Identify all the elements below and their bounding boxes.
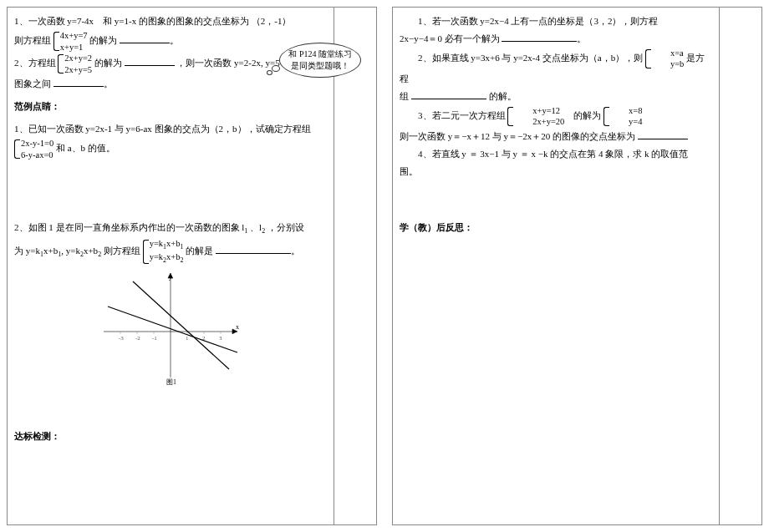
left-content: 1、一次函数 y=7-4x 和 y=1-x 的图象的图象的交点坐标为 （2，-1… <box>8 8 334 524</box>
r-q4-line1: 4、若直线 y ＝ 3x−1 与 y ＝ x −k 的交点在第 4 象限，求 k… <box>400 145 712 163</box>
text: 图象之间 <box>14 79 51 89</box>
svg-text:3: 3 <box>219 335 222 342</box>
eq: x+y=1 <box>60 42 88 53</box>
answer-blank[interactable] <box>216 244 291 254</box>
graph-caption: 图1 <box>166 378 176 386</box>
bubble-line: 和 P124 随堂练习 <box>288 48 352 60</box>
svg-text:y: y <box>169 273 172 281</box>
line-l1 <box>133 281 229 369</box>
system-6: x+y=12 2x+y=20 <box>507 105 564 128</box>
text: 的解是 <box>186 246 213 256</box>
text: 则方程组 <box>14 35 51 45</box>
text: 2x−y−4＝0 必有一个解为 <box>400 33 500 43</box>
system-4: y=k1x+b1 y=k2x+b2 <box>143 238 184 266</box>
r-q2-line2: 组 的解。 <box>400 88 712 105</box>
system-2: 2x+y=2 2x+y=5 <box>58 53 92 75</box>
bubble-line: 是同类型题哦！ <box>288 60 352 72</box>
r-q3-line1: 3、若二元一次方程组 x+y=12 2x+y=20 的解为 x=8 y=4 <box>400 105 712 128</box>
eq: y=k2x+b2 <box>150 251 184 265</box>
section-reflection: 学（教）后反思： <box>400 219 712 236</box>
text: 的解为 <box>573 110 601 120</box>
system-1: 4x+y=7 x+y=1 <box>53 30 88 53</box>
eq: x=a <box>652 48 684 59</box>
answer-blank[interactable] <box>125 56 175 66</box>
text: 2、方程组 <box>14 58 56 68</box>
q1-line1: 1、一次函数 y=7-4x 和 y=1-x 的图象的图象的交点坐标为 （2，-1… <box>14 13 327 30</box>
ex2-line2: 为 y=k1x+b1, y=k2x+b2 则方程组 y=k1x+b1 y=k2x… <box>14 238 327 266</box>
text: , y=k <box>61 246 80 256</box>
text: 2、如果直线 y=3x+6 与 y=2x-4 交点坐标为（a，b），则 <box>418 53 643 63</box>
system-5: x=a y=b <box>645 48 684 70</box>
eq: y=b <box>652 58 684 70</box>
text: 、l <box>250 222 262 232</box>
section-assessment: 达标检测： <box>14 428 327 445</box>
work-space <box>14 389 327 423</box>
q2-line2: 图象之间 。 <box>14 75 327 93</box>
right-margin <box>720 8 761 524</box>
svg-text:1: 1 <box>186 335 189 342</box>
graph-figure-1: -3-2-1 123 y x 图1 <box>95 269 246 386</box>
text: 的解。 <box>489 91 517 101</box>
text: 2、如图 1 是在同一直角坐标系内作出的一次函数的图象 l <box>14 222 244 232</box>
text: 组 <box>400 91 409 101</box>
r-q1-line1: 1、若一次函数 y=2x−4 上有一点的坐标是（3，2），则方程 <box>400 13 712 30</box>
text: 则方程组 <box>101 246 140 256</box>
work-space <box>14 160 327 219</box>
eq: x=8 <box>610 105 642 117</box>
thought-bubble: 和 P124 随堂练习 是同类型题哦！ <box>279 43 361 78</box>
line-l2 <box>108 307 237 352</box>
page-right: 1、若一次函数 y=2x−4 上有一点的坐标是（3，2），则方程 2x−y−4＝… <box>392 7 762 525</box>
page-left: 1、一次函数 y=7-4x 和 y=1-x 的图象的图象的交点坐标为 （2，-1… <box>7 7 377 525</box>
r-q1-line2: 2x−y−4＝0 必有一个解为 。 <box>400 30 712 48</box>
ex1-line2: 2x-y-1=0 6-y-ax=0 和 a、b 的值。 <box>14 138 327 160</box>
svg-text:-1: -1 <box>152 335 157 342</box>
r-q4-line2: 围。 <box>400 163 712 180</box>
text: 则一次函数 y＝−x＋12 与 y＝−2x＋20 的图像的交点坐标为 <box>400 131 635 141</box>
text: x+b <box>43 246 58 256</box>
svg-text:-3: -3 <box>119 335 124 342</box>
text: 和 a、b 的值。 <box>56 143 115 153</box>
ex2-line1: 2、如图 1 是在同一直角坐标系内作出的一次函数的图象 l1 、l2 ，分别设 <box>14 219 327 237</box>
eq: y=k1x+b1 <box>150 238 184 251</box>
answer-blank[interactable] <box>411 89 486 99</box>
eq: 2x+y=5 <box>64 64 92 76</box>
answer-blank[interactable] <box>502 32 577 42</box>
text: ，分别设 <box>267 222 304 232</box>
text: x+b <box>84 246 98 256</box>
work-space <box>400 180 712 214</box>
r-q3-line2: 则一次函数 y＝−x＋12 与 y＝−2x＋20 的图像的交点坐标为 <box>400 128 712 145</box>
system-7: x=8 y=4 <box>603 105 642 128</box>
eq: 6-y-ax=0 <box>21 149 53 161</box>
answer-blank[interactable] <box>53 77 104 87</box>
eq: 2x-y-1=0 <box>21 138 53 149</box>
text: 的解为 <box>94 58 122 68</box>
answer-blank[interactable] <box>638 129 688 139</box>
left-margin <box>334 8 376 524</box>
ex1-line1: 1、已知一次函数 y=2x-1 与 y=6-ax 图象的交点为（2，b），试确定… <box>14 120 327 138</box>
system-3: 2x-y-1=0 6-y-ax=0 <box>14 138 53 160</box>
q1-line2: 则方程组 4x+y=7 x+y=1 的解为 。 <box>14 30 327 53</box>
svg-text:x: x <box>236 323 239 331</box>
svg-text:-2: -2 <box>135 335 140 342</box>
text: 的解为 <box>89 35 117 45</box>
eq: x+y=12 <box>514 105 564 117</box>
r-q2-line1: 2、如果直线 y=3x+6 与 y=2x-4 交点坐标为（a，b），则 x=a … <box>400 48 712 88</box>
right-content: 1、若一次函数 y=2x−4 上有一点的坐标是（3，2），则方程 2x−y−4＝… <box>393 8 720 524</box>
eq: 2x+y=2 <box>64 53 92 64</box>
eq: 2x+y=20 <box>514 116 564 128</box>
answer-blank[interactable] <box>120 33 170 43</box>
section-examples: 范例点睛： <box>14 98 327 115</box>
eq: y=4 <box>610 116 642 128</box>
text: 为 y=k <box>14 246 40 256</box>
eq: 4x+y=7 <box>60 30 88 42</box>
text: 3、若二元一次方程组 <box>418 110 506 120</box>
